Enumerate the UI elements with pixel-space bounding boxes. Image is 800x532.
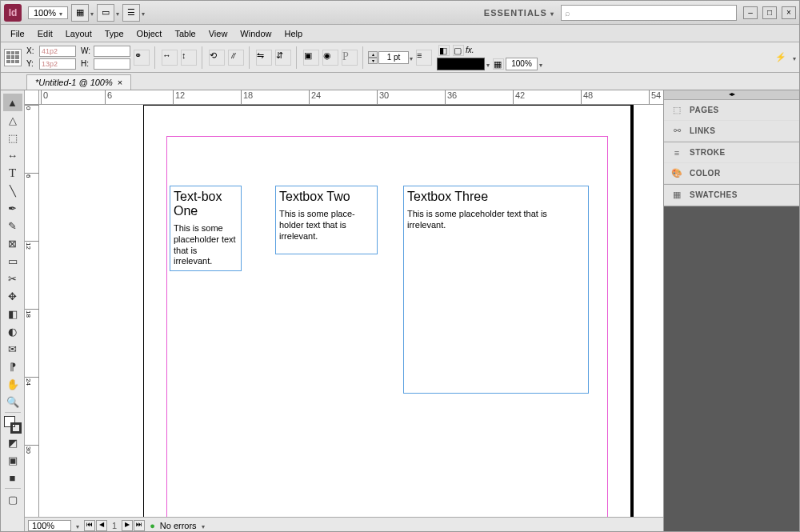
constrain-proportions-icon[interactable]: ⚭ bbox=[134, 50, 150, 66]
eyedropper-tool[interactable]: ⁋ bbox=[3, 358, 22, 375]
select-container-icon[interactable]: ▣ bbox=[303, 50, 319, 66]
ruler-tick: 6 bbox=[25, 173, 39, 178]
prev-page-button[interactable]: ◀ bbox=[96, 520, 107, 531]
menu-file[interactable]: File bbox=[4, 27, 31, 40]
text-frame-three[interactable]: Textbox Three This is some placeholder t… bbox=[403, 186, 589, 394]
y-input[interactable] bbox=[39, 58, 76, 70]
zoom-tool[interactable]: 🔍 bbox=[3, 393, 22, 410]
status-page-number[interactable]: 1 bbox=[112, 521, 117, 530]
chevron-down-icon[interactable] bbox=[202, 521, 205, 530]
workspace-switcher[interactable]: ESSENTIALS bbox=[478, 6, 561, 19]
pasteboard[interactable]: Text-box One This is some placeholder te… bbox=[39, 105, 663, 517]
swatches-panel[interactable]: ▦ SWATCHES bbox=[664, 185, 799, 206]
flip-horizontal-icon[interactable]: ⇋ bbox=[256, 50, 272, 66]
chevron-down-icon[interactable] bbox=[539, 59, 542, 69]
free-transform-tool[interactable]: ✥ bbox=[3, 287, 22, 305]
tint-input[interactable] bbox=[506, 58, 538, 70]
view-mode-normal[interactable]: ▢ bbox=[3, 490, 22, 508]
stroke-color-icon[interactable]: ▢ bbox=[453, 45, 464, 56]
pages-panel[interactable]: ⬚ PAGES bbox=[664, 100, 799, 121]
formatting-affects-container[interactable]: ▣ bbox=[3, 451, 22, 469]
rotate-icon[interactable]: ⟲ bbox=[209, 50, 225, 66]
line-tool[interactable]: ╲ bbox=[3, 182, 22, 199]
effects-label[interactable]: fx. bbox=[466, 46, 474, 54]
first-page-button[interactable]: ⏮ bbox=[84, 520, 95, 531]
preflight-icon[interactable]: ● bbox=[150, 521, 155, 530]
note-tool[interactable]: ✉ bbox=[3, 340, 22, 358]
direct-selection-tool[interactable]: △ bbox=[3, 111, 22, 129]
h-input[interactable] bbox=[94, 58, 130, 70]
stroke-weight-spinner[interactable]: ▴▾ bbox=[368, 51, 378, 64]
scale-y-icon[interactable]: ↕ bbox=[181, 50, 197, 66]
type-tool[interactable]: T bbox=[3, 164, 22, 182]
next-page-button[interactable]: ▶ bbox=[122, 520, 133, 531]
reference-point-grid[interactable] bbox=[4, 49, 22, 66]
shear-icon[interactable]: ⫽ bbox=[228, 50, 244, 66]
panel-group: ▦ SWATCHES bbox=[664, 185, 799, 206]
x-input[interactable] bbox=[39, 46, 76, 57]
document-tab[interactable]: *Untitled-1 @ 100% × bbox=[26, 74, 131, 90]
horizontal-ruler[interactable]: 0 6 12 18 24 30 36 42 48 54 bbox=[25, 90, 663, 105]
default-fill-stroke[interactable]: ◩ bbox=[3, 434, 22, 451]
flip-vertical-icon[interactable]: ⇵ bbox=[275, 50, 291, 66]
close-tab-icon[interactable]: × bbox=[118, 78, 122, 87]
titlebar-zoom-dropdown[interactable]: 100% bbox=[28, 6, 68, 19]
stroke-weight-input[interactable] bbox=[378, 51, 409, 64]
gradient-swatch-tool[interactable]: ◧ bbox=[3, 305, 22, 322]
ruler-origin[interactable] bbox=[25, 90, 39, 105]
last-page-button[interactable]: ⏭ bbox=[134, 520, 145, 531]
status-errors[interactable]: No errors bbox=[160, 521, 197, 530]
gap-tool[interactable]: ↔ bbox=[3, 146, 22, 164]
rectangle-tool[interactable]: ▭ bbox=[3, 252, 22, 270]
ruler-tick: 18 bbox=[25, 309, 39, 318]
select-content-icon[interactable]: ◉ bbox=[322, 50, 338, 66]
color-panel[interactable]: 🎨 COLOR bbox=[664, 163, 799, 184]
page-nav: ▶ ⏭ bbox=[122, 520, 145, 531]
w-input[interactable] bbox=[94, 46, 130, 57]
menu-view[interactable]: View bbox=[202, 27, 234, 40]
view-options-dropdown[interactable]: ▦ bbox=[68, 4, 94, 22]
arrange-documents-dropdown[interactable]: ☰ bbox=[119, 4, 145, 22]
menu-object[interactable]: Object bbox=[130, 27, 169, 40]
apply-color-icon[interactable]: ■ bbox=[3, 469, 22, 486]
scissors-tool[interactable]: ✂ bbox=[3, 270, 22, 287]
screen-mode-dropdown[interactable]: ▭ bbox=[94, 4, 119, 22]
fill-stroke-swatch[interactable] bbox=[4, 416, 22, 434]
links-panel[interactable]: ⚯ LINKS bbox=[664, 121, 799, 142]
color-swatch[interactable] bbox=[437, 58, 485, 70]
selection-tool[interactable]: ▲ bbox=[3, 94, 22, 111]
status-zoom-input[interactable] bbox=[28, 520, 71, 531]
stroke-style-icon[interactable]: ≡ bbox=[416, 50, 432, 66]
scale-x-icon[interactable]: ↔ bbox=[162, 50, 178, 66]
menu-type[interactable]: Type bbox=[98, 27, 130, 40]
control-menu-icon[interactable] bbox=[793, 53, 796, 62]
text-frame-one[interactable]: Text-box One This is some placeholder te… bbox=[170, 186, 242, 271]
menu-help[interactable]: Help bbox=[278, 27, 309, 40]
menu-window[interactable]: Window bbox=[234, 27, 278, 40]
collapse-panels-button[interactable]: ◂▸ bbox=[664, 90, 799, 100]
chevron-down-icon[interactable] bbox=[76, 521, 79, 530]
menu-table[interactable]: Table bbox=[168, 27, 202, 40]
page-tool[interactable]: ⬚ bbox=[3, 129, 22, 146]
minimize-button[interactable]: – bbox=[743, 6, 758, 19]
hand-tool[interactable]: ✋ bbox=[3, 375, 22, 393]
fill-color-icon[interactable]: ◧ bbox=[438, 45, 450, 56]
chevron-down-icon[interactable] bbox=[486, 59, 490, 69]
stroke-color[interactable] bbox=[10, 422, 22, 434]
stroke-panel[interactable]: ≡ STROKE bbox=[664, 142, 799, 163]
page[interactable]: Text-box One This is some placeholder te… bbox=[143, 105, 631, 517]
menu-edit[interactable]: Edit bbox=[31, 27, 59, 40]
close-button[interactable]: × bbox=[782, 6, 796, 19]
maximize-button[interactable]: □ bbox=[762, 6, 777, 19]
gradient-feather-tool[interactable]: ◐ bbox=[3, 322, 22, 340]
quick-apply-icon[interactable]: ⚡ bbox=[775, 52, 791, 62]
chevron-down-icon[interactable] bbox=[410, 53, 413, 62]
menu-layout[interactable]: Layout bbox=[59, 27, 98, 40]
pencil-tool[interactable]: ✎ bbox=[3, 217, 22, 234]
search-input[interactable]: ⌕ bbox=[561, 5, 737, 21]
paragraph-style-icon[interactable]: P bbox=[342, 50, 358, 66]
text-frame-two[interactable]: Textbox Two This is some place-holder te… bbox=[275, 186, 378, 254]
rectangle-frame-tool[interactable]: ⊠ bbox=[3, 234, 22, 252]
vertical-ruler[interactable]: 0 6 12 18 24 30 bbox=[25, 105, 39, 517]
pen-tool[interactable]: ✒ bbox=[3, 199, 22, 217]
